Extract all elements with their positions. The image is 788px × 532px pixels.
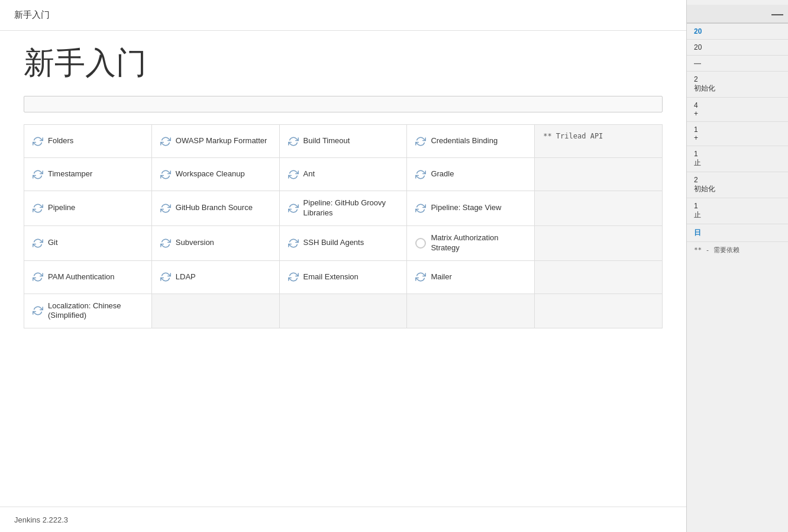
plugin-cell[interactable]: Email Extension <box>280 261 408 294</box>
refresh-icon <box>160 272 171 282</box>
refresh-icon <box>33 203 43 214</box>
plugin-cell-empty <box>535 261 663 294</box>
plugin-name: Pipeline: GitHub Groovy Libraries <box>303 198 399 218</box>
refresh-icon <box>33 169 43 180</box>
refresh-icon <box>288 203 299 214</box>
refresh-icon <box>33 136 43 147</box>
sidebar-item: 1 + <box>687 122 788 146</box>
plugin-cell[interactable]: Workspace Cleanup <box>152 158 280 191</box>
plugin-name: SSH Build Agents <box>303 238 364 248</box>
plugin-name: Folders <box>48 136 73 146</box>
plugin-cell[interactable]: Credentials Binding <box>407 125 535 158</box>
plugin-name: Email Extension <box>303 272 359 282</box>
plugin-cell[interactable]: OWASP Markup Formatter <box>152 125 280 158</box>
refresh-icon <box>160 136 171 147</box>
circle-icon <box>415 238 426 249</box>
plugin-cell-empty <box>407 294 535 329</box>
plugin-cell[interactable]: Timestamper <box>24 158 152 191</box>
refresh-icon <box>288 169 299 180</box>
sidebar-item: 4 + <box>687 98 788 122</box>
plugin-cell[interactable]: Mailer <box>407 261 535 294</box>
plugin-cell[interactable]: Build Timeout <box>280 125 408 158</box>
plugins-grid: Folders OWASP Markup Formatter Build Tim… <box>24 124 663 328</box>
refresh-icon <box>288 238 299 249</box>
plugin-cell-empty <box>280 294 408 329</box>
plugin-cell[interactable]: Pipeline: GitHub Groovy Libraries <box>280 191 408 226</box>
top-bar: 新手入门 <box>0 0 686 31</box>
plugin-cell[interactable]: Pipeline <box>24 191 152 226</box>
plugin-name: Git <box>48 238 58 248</box>
plugin-name: Ant <box>303 169 315 179</box>
plugin-cell-empty <box>152 294 280 329</box>
plugin-name: LDAP <box>176 272 196 282</box>
plugin-name: Localization: Chinese (Simplified) <box>48 301 143 321</box>
plugin-cell-empty <box>535 191 663 226</box>
footer-version: Jenkins 2.222.3 <box>14 515 68 524</box>
minus-button[interactable]: — <box>771 8 783 20</box>
plugin-name: Build Timeout <box>303 136 350 146</box>
plugin-cell[interactable]: Subversion <box>152 226 280 261</box>
refresh-icon <box>288 272 299 282</box>
main-panel: 新手入门 新手入门 Folders OWASP Markup Formatter… <box>0 0 686 532</box>
plugin-name: Timestamper <box>48 169 92 179</box>
refresh-icon <box>33 305 43 316</box>
content-area: 新手入门 Folders OWASP Markup Formatter Buil… <box>0 31 686 507</box>
plugin-cell-empty <box>535 226 663 261</box>
refresh-icon <box>415 136 426 147</box>
sidebar-item: — <box>687 56 788 72</box>
plugin-cell-trilead: ** Trilead API <box>535 125 663 158</box>
plugin-name: Workspace Cleanup <box>176 169 245 179</box>
sidebar-item: 20 <box>687 24 788 40</box>
search-input[interactable] <box>24 96 663 112</box>
plugin-cell[interactable]: PAM Authentication <box>24 261 152 294</box>
plugin-cell-empty <box>535 158 663 191</box>
plugin-name: Subversion <box>176 238 214 248</box>
plugin-cell-empty <box>535 294 663 329</box>
refresh-icon <box>288 136 299 147</box>
plugin-name: Pipeline <box>48 203 75 213</box>
sidebar-item: 1 止 <box>687 198 788 224</box>
sidebar-item: 20 <box>687 40 788 56</box>
sidebar-item: 2 初始化 <box>687 172 788 198</box>
refresh-icon <box>160 169 171 180</box>
plugin-name: PAM Authentication <box>48 272 115 282</box>
plugin-name: Pipeline: Stage View <box>431 203 501 213</box>
plugin-name: Mailer <box>431 272 451 282</box>
plugin-name: OWASP Markup Formatter <box>176 136 267 146</box>
plugin-cell[interactable]: Gradle <box>407 158 535 191</box>
refresh-icon <box>415 169 426 180</box>
plugin-cell[interactable]: GitHub Branch Source <box>152 191 280 226</box>
plugin-cell[interactable]: Matrix Authorization Strategy <box>407 226 535 261</box>
sidebar-note: ** - 需要依赖 <box>687 242 788 258</box>
refresh-icon <box>415 272 426 282</box>
plugin-cell[interactable]: Localization: Chinese (Simplified) <box>24 294 152 329</box>
plugin-name: Gradle <box>431 169 454 179</box>
top-bar-title: 新手入门 <box>14 9 50 20</box>
right-sidebar: — 2020—2 初始化4 +1 +1 止2 初始化1 止日 ** - 需要依赖 <box>686 0 788 532</box>
sidebar-item: 2 初始化 <box>687 72 788 98</box>
plugin-cell[interactable]: Git <box>24 226 152 261</box>
refresh-icon <box>160 238 171 249</box>
plugin-cell[interactable]: Pipeline: Stage View <box>407 191 535 226</box>
plugin-cell[interactable]: SSH Build Agents <box>280 226 408 261</box>
refresh-icon <box>33 238 43 249</box>
plugin-cell[interactable]: Folders <box>24 125 152 158</box>
sidebar-item: 1 止 <box>687 146 788 172</box>
plugin-cell[interactable]: LDAP <box>152 261 280 294</box>
page-heading: 新手入门 <box>24 43 663 84</box>
refresh-icon <box>415 203 426 214</box>
refresh-icon <box>160 203 171 214</box>
sidebar-item: 日 <box>687 224 788 242</box>
plugin-name: GitHub Branch Source <box>176 203 253 213</box>
footer: Jenkins 2.222.3 <box>0 507 686 532</box>
plugin-cell[interactable]: Ant <box>280 158 408 191</box>
plugin-name: Credentials Binding <box>431 136 498 146</box>
sidebar-header: — <box>687 5 788 24</box>
plugin-name: Matrix Authorization Strategy <box>431 233 526 253</box>
refresh-icon <box>33 272 43 282</box>
